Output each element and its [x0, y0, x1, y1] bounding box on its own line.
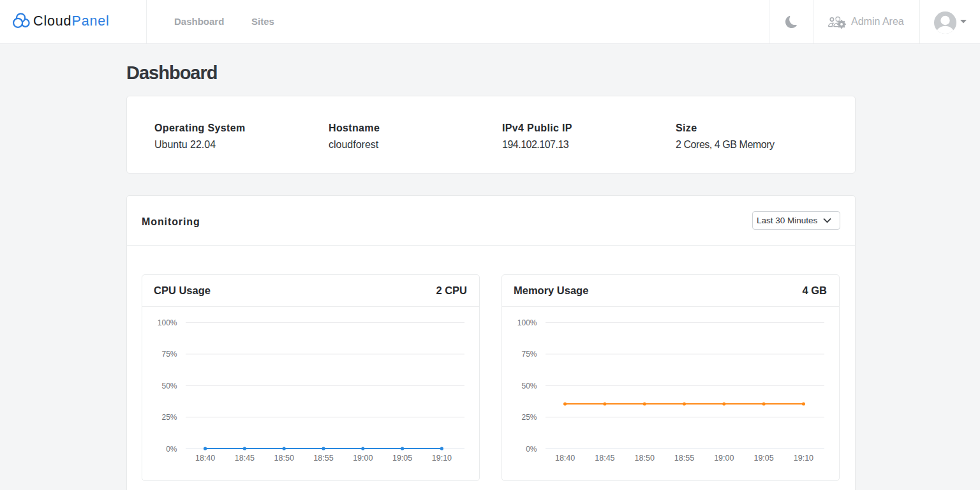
svg-text:19:10: 19:10 [432, 454, 452, 463]
svg-text:18:40: 18:40 [195, 454, 215, 463]
svg-text:19:05: 19:05 [392, 454, 412, 463]
svg-text:18:45: 18:45 [595, 454, 614, 463]
svg-text:19:00: 19:00 [714, 454, 734, 463]
svg-text:75%: 75% [161, 350, 177, 359]
svg-text:50%: 50% [521, 382, 537, 390]
svg-text:18:50: 18:50 [274, 454, 294, 463]
svg-text:18:55: 18:55 [313, 454, 333, 463]
svg-text:18:40: 18:40 [555, 454, 575, 463]
svg-text:19:00: 19:00 [353, 454, 373, 463]
svg-text:0%: 0% [526, 445, 537, 454]
svg-text:25%: 25% [161, 413, 177, 422]
svg-text:19:05: 19:05 [754, 454, 773, 463]
svg-text:100%: 100% [517, 318, 537, 327]
svg-text:19:10: 19:10 [794, 454, 813, 463]
svg-text:75%: 75% [521, 350, 537, 359]
svg-text:18:45: 18:45 [235, 454, 255, 463]
svg-text:18:55: 18:55 [674, 454, 694, 463]
svg-text:25%: 25% [521, 413, 537, 422]
svg-text:18:50: 18:50 [635, 454, 655, 463]
svg-text:50%: 50% [161, 382, 177, 390]
svg-text:0%: 0% [166, 445, 177, 454]
svg-text:100%: 100% [158, 318, 177, 327]
